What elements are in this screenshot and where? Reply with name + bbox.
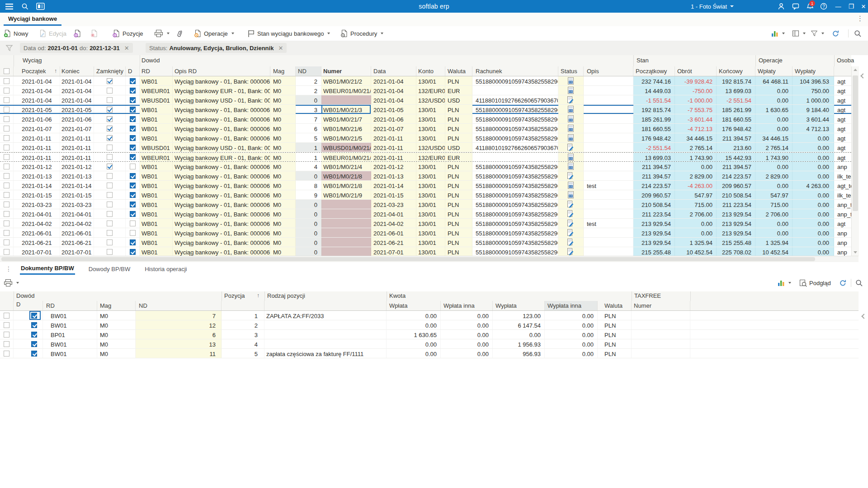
cell-koncowy[interactable]: 213.60	[717, 143, 755, 152]
cell-konto[interactable]: 130/01	[416, 200, 445, 209]
statement-row[interactable]: 2021-04-01 2021-04-01 WB01 Wyciąg bankow…	[0, 209, 851, 219]
cell-obrot[interactable]: 1 325.94	[675, 238, 717, 247]
row-select-checkbox[interactable]	[4, 249, 9, 255]
cell-wyplaty[interactable]: 1 000.00	[793, 95, 834, 104]
d-checkbox[interactable]	[130, 145, 136, 150]
d-checkbox[interactable]	[130, 97, 136, 103]
cell-poczatek[interactable]: 2021-03-23	[14, 200, 60, 209]
cell-obrot[interactable]: 2 765.14	[675, 143, 717, 152]
cell-nd[interactable]: 11	[136, 349, 222, 358]
cell-poczatek[interactable]: 2021-01-11	[14, 153, 60, 161]
cell-koncowy[interactable]: -2 551.54	[717, 95, 755, 104]
cell-konto[interactable]: 130/01	[416, 219, 445, 228]
procedures-menu-button[interactable]: Procedury	[340, 26, 383, 41]
cell-rd[interactable]: WB01	[140, 76, 173, 85]
cell-konto[interactable]: 130/01	[416, 181, 445, 190]
cell-konto[interactable]: 130/01	[416, 162, 445, 171]
cell-rachunek[interactable]: 55188000091059743582558296	[472, 209, 558, 218]
chart-view-button[interactable]	[778, 276, 791, 290]
statement-row[interactable]: 2021-01-04 2021-01-04 WB01 Wyciąg bankow…	[0, 76, 851, 86]
cell-mag[interactable]: M0	[270, 228, 296, 237]
cell-data[interactable]: 2021-01-06	[371, 114, 416, 123]
column-header-mag[interactable]: Mag	[97, 301, 136, 310]
cell-rachunek[interactable]: 55188000091059743582558296	[472, 124, 558, 133]
cell-numer[interactable]: WB01/M0/21/7	[321, 114, 371, 123]
cell-data[interactable]: 2021-01-04	[371, 86, 416, 95]
cell-wyplaty[interactable]: 4 712.13	[793, 124, 834, 133]
row-select-checkbox[interactable]	[4, 322, 9, 328]
cell-nd[interactable]: 8	[296, 181, 321, 190]
print-button[interactable]	[154, 26, 170, 41]
cell-data[interactable]: 2021-01-12	[371, 162, 416, 171]
cell-nd[interactable]: 7	[136, 311, 222, 320]
cell-obrot[interactable]: 0.00	[675, 162, 717, 171]
cell-osoba[interactable]: agt	[834, 95, 851, 104]
maximize-button[interactable]: ❐	[846, 0, 856, 13]
cell-mag[interactable]: M0	[270, 153, 296, 161]
cell-waluta[interactable]: PLN	[445, 219, 472, 228]
cell-numer[interactable]	[632, 330, 690, 339]
cell-opis-rd[interactable]: Wyciąg bankowy - 01, Bank: 000006, Rach	[173, 76, 270, 85]
cell-wplata-inna[interactable]: 0.00	[441, 320, 493, 329]
cell-koniec[interactable]: 2021-01-11	[60, 143, 94, 152]
cell-koncowy[interactable]: 211 394.57	[717, 162, 755, 171]
zamkniety-checkbox[interactable]	[107, 88, 113, 94]
cell-osoba[interactable]: anp_test	[834, 209, 851, 218]
remove-status-filter-icon[interactable]: ✕	[278, 45, 283, 52]
cell-numer[interactable]	[321, 95, 371, 104]
cell-wyplaty[interactable]: 0.00	[793, 153, 834, 161]
cell-rachunek[interactable]: 55188000091059743582558296	[472, 76, 558, 85]
cell-osoba[interactable]: agt	[834, 219, 851, 228]
cell-status[interactable]	[558, 153, 584, 161]
cell-status[interactable]	[558, 219, 584, 228]
row-select-checkbox[interactable]	[4, 97, 9, 103]
cell-status[interactable]	[558, 133, 584, 142]
cell-numer[interactable]: WBEUR01/M0/21/	[321, 153, 371, 161]
cell-mag[interactable]: M0	[270, 133, 296, 142]
cell-poczatkowy[interactable]: 209 960.57	[633, 190, 675, 199]
statement-row[interactable]: 2021-01-13 2021-01-13 WB01 Wyciąg bankow…	[0, 171, 851, 181]
cell-rachunek[interactable]	[472, 153, 558, 161]
minimize-button[interactable]: —	[833, 0, 843, 13]
cell-opis-rd[interactable]: Wyciąg bankowy - 01, Bank: 000006, Rach	[173, 181, 270, 190]
cell-obrot[interactable]: 1 743.90	[675, 153, 717, 161]
cell-wplaty[interactable]: 2 706.00	[755, 209, 793, 218]
cell-opis-rd[interactable]: Wyciąg bankowy EUR - 01, Bank: 000006	[173, 153, 270, 161]
cell-koncowy[interactable]: 213 929.54	[717, 228, 755, 237]
cell-rachunek[interactable]: 55188000091059743582558296	[472, 190, 558, 199]
cell-nd[interactable]: 2	[296, 76, 321, 85]
cell-wyplata-inna[interactable]: 0.00	[545, 320, 598, 329]
cell-koniec[interactable]: 2021-01-12	[60, 162, 94, 171]
cell-mag[interactable]: M0	[270, 114, 296, 123]
print-button[interactable]	[4, 276, 19, 290]
cell-opis-rd[interactable]: Wyciąg bankowy - 01, Bank: 000006, Rach	[173, 124, 270, 133]
cell-osoba[interactable]: agt	[834, 124, 851, 133]
cell-poczatkowy[interactable]: 215 255.48	[633, 247, 675, 256]
column-header-numer[interactable]: Numer	[321, 66, 371, 76]
cell-obrot[interactable]: -750.00	[675, 86, 717, 95]
cell-rd[interactable]: WBUSD01	[140, 95, 173, 104]
cell-wyplaty[interactable]: 4 263.00	[793, 181, 834, 190]
document-row[interactable]: BW01 M0 7 1 ZAPŁATA ZA:FF/2033 0.00 0.00…	[0, 311, 859, 320]
cell-mag[interactable]: M0	[97, 339, 136, 348]
cell-konto[interactable]: 130/01	[416, 209, 445, 218]
cell-opis-rd[interactable]: Wyciąg bankowy USD - 01, Bank: 000006	[173, 95, 270, 104]
search-records-button[interactable]	[854, 26, 862, 41]
column-header-nd[interactable]: ND	[136, 301, 222, 310]
row-select-checkbox[interactable]	[4, 341, 9, 347]
cell-numer[interactable]	[321, 238, 371, 247]
column-header-rd[interactable]: RD	[140, 66, 173, 76]
column-header-zamkniety[interactable]: Zamknięty	[94, 66, 126, 76]
cell-obrot[interactable]: 0.00	[675, 219, 717, 228]
cell-rachunek[interactable]: 55188000091059743582558296	[472, 238, 558, 247]
cell-wplata-inna[interactable]: 0.00	[441, 349, 493, 358]
cell-osoba[interactable]: ilk_test	[834, 190, 851, 199]
cell-waluta[interactable]: PLN	[445, 200, 472, 209]
cell-status[interactable]	[558, 143, 584, 152]
column-header-d[interactable]: D	[126, 66, 140, 76]
cell-mag[interactable]: M0	[270, 247, 296, 256]
cell-koncowy[interactable]: 176 948.42	[717, 124, 755, 133]
statement-row[interactable]: 2021-06-21 2021-06-21 WB01 Wyciąg bankow…	[0, 238, 851, 247]
cell-koniec[interactable]: 2021-01-05	[60, 105, 94, 114]
cell-numer[interactable]: WB01/M0/21/6	[321, 124, 371, 133]
